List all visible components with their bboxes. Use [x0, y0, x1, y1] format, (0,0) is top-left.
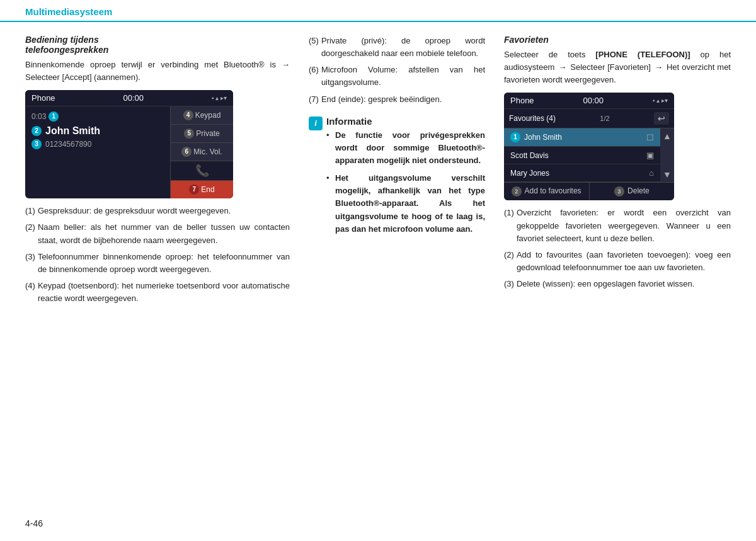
fav-icon-2: ▣ [646, 151, 654, 160]
bullet-item-1: De functie voor privégesprekken wordt do… [326, 129, 485, 167]
fav-phone-title: Phone [510, 96, 534, 105]
micvol-btn-area: 6 Mic. Vol. [171, 143, 233, 161]
fav-label: Favourites (4) [509, 114, 556, 123]
scroll-down-icon[interactable]: ▼ [660, 169, 674, 179]
info-content: Informatie De functie voor privégesprekk… [326, 116, 485, 241]
info-title: Informatie [326, 116, 485, 127]
phone-status-icons: ▪ ▴ ▸▾ [212, 94, 227, 101]
header: Multimediasysteem [0, 0, 756, 22]
fav-footer: 2 Add to favourites 3 Delete [504, 182, 674, 200]
middle-list: (5) Private (privé): de oproep wordt doo… [309, 35, 485, 106]
header-title: Multimediasysteem [25, 6, 112, 21]
fav-item-1[interactable]: 1 John Smith ☐ [504, 128, 660, 147]
phone-left-area: 0:03 1 2 John Smith 3 01234567890 [25, 106, 170, 198]
badge-7: 7 [189, 185, 199, 195]
fav-item-3[interactable]: Mary Jones ⌂ [504, 164, 660, 182]
main-content: Bediening tijdens telefoongesprekken Bin… [0, 22, 756, 321]
phone-right-buttons: 4 Keypad 5 Private 6 Mic. Vol. 📞 [170, 106, 233, 198]
left-list: (1) Gespreksduur: de gespreksduur wordt … [25, 205, 290, 305]
phone-title: Phone [32, 93, 55, 103]
middle-column: (5) Private (privé): de oproep wordt doo… [309, 35, 485, 309]
end-btn-spacer: 📞 [171, 161, 233, 181]
badge-6: 6 [181, 147, 192, 157]
fav-badge-1: 1 [510, 132, 520, 142]
fav-item-2[interactable]: Scott Davis ▣ [504, 147, 660, 164]
left-column: Bediening tijdens telefoongesprekken Bin… [25, 35, 290, 309]
contact-name: 2 John Smith [32, 125, 164, 137]
fav-list-rows: 1 John Smith ☐ Scott Davis ▣ Mary Jones … [504, 128, 660, 182]
fav-contact-1: John Smith [524, 133, 646, 142]
bullet-item-2: Het uitgangsvolume verschilt mogelijk, a… [326, 172, 485, 236]
badge-2: 2 [512, 186, 522, 196]
phone-header: Phone 00:00 ▪ ▴ ▸▾ [25, 90, 233, 106]
phone-time: 00:00 [123, 93, 144, 103]
badge-2: 2 [32, 126, 42, 136]
fav-icon-1: ☐ [646, 133, 654, 142]
section-title-right: Favorieten [504, 35, 731, 45]
fav-phone-time: 00:00 [583, 96, 604, 105]
fav-contact-3: Mary Jones [510, 169, 649, 178]
fav-scroll-column: ▲ ▼ [660, 128, 674, 182]
bullet-list: De functie voor privégesprekken wordt do… [326, 129, 485, 236]
fav-status-icons: ▪ ▴ ▸▾ [653, 97, 668, 104]
fav-phone-screen: Phone 00:00 ▪ ▴ ▸▾ Favourites (4) 1/2 ↩ … [504, 93, 674, 200]
scroll-up-icon[interactable]: ▲ [660, 131, 674, 141]
list-item: (1) Gespreksduur: de gespreksduur wordt … [25, 205, 290, 217]
keypad-btn-area: 4 Keypad [171, 106, 233, 125]
page-number: 4-46 [25, 518, 43, 528]
call-duration: 0:03 1 [32, 111, 164, 122]
end-btn[interactable]: 7 End [171, 181, 233, 198]
fav-page: 1/2 [600, 115, 609, 122]
contact-number: 3 01234567890 [32, 139, 164, 149]
fav-icon-3: ⌂ [649, 168, 654, 178]
fav-phone-header: Phone 00:00 ▪ ▴ ▸▾ [504, 93, 674, 109]
intro-text-left: Binnenkomende oproep terwijl er verbindi… [25, 59, 290, 84]
badge-4: 4 [183, 110, 193, 120]
list-item: (4) Keypad (toetsenbord): het numerieke … [25, 280, 290, 305]
list-item: (7) End (einde): gesprek beëindigen. [309, 93, 485, 106]
right-list: (1) Overzicht favorieten: er wordt een o… [504, 207, 731, 290]
info-icon: i [309, 117, 323, 130]
list-item: (2) Naam beller: als het nummer van de b… [25, 221, 290, 246]
fav-list-area: 1 John Smith ☐ Scott Davis ▣ Mary Jones … [504, 128, 674, 182]
list-item: (3) Delete (wissen): een opgeslagen favo… [504, 278, 731, 290]
badge-1: 1 [49, 111, 59, 122]
intro-text-right: Selecteer de toets [PHONE (TELEFOON)] op… [504, 48, 731, 86]
list-item: (1) Overzicht favorieten: er wordt een o… [504, 207, 731, 244]
list-item: (6) Microfoon Volume: afstellen van het … [309, 64, 485, 89]
list-item: (2) Add to favourites (aan favorieten to… [504, 249, 731, 274]
phone-icon: 📞 [195, 164, 209, 178]
badge-5: 5 [184, 128, 194, 139]
phone-body: 0:03 1 2 John Smith 3 01234567890 4 [25, 106, 233, 198]
add-to-fav-btn[interactable]: 2 Add to favourites [504, 183, 590, 200]
list-item: (5) Private (privé): de oproep wordt doo… [309, 35, 485, 60]
section-title-left: Bediening tijdens telefoongesprekken [25, 35, 290, 55]
badge-3: 3 [614, 186, 624, 196]
info-box: i Informatie De functie voor privégespre… [309, 116, 485, 241]
fav-back-button[interactable]: ↩ [654, 112, 669, 125]
badge-3: 3 [32, 139, 42, 149]
delete-btn[interactable]: 3 Delete [590, 183, 675, 200]
list-item: (3) Telefoonnummer binnenkomende oproep:… [25, 251, 290, 276]
private-btn-area: 5 Private [171, 125, 233, 143]
fav-title-row: Favourites (4) 1/2 ↩ [504, 109, 674, 128]
right-column: Favorieten Selecteer de toets [PHONE (TE… [504, 35, 731, 309]
fav-contact-2: Scott Davis [510, 151, 646, 160]
phone-screen-left: Phone 00:00 ▪ ▴ ▸▾ 0:03 1 2 John Smith 3 [25, 90, 233, 198]
